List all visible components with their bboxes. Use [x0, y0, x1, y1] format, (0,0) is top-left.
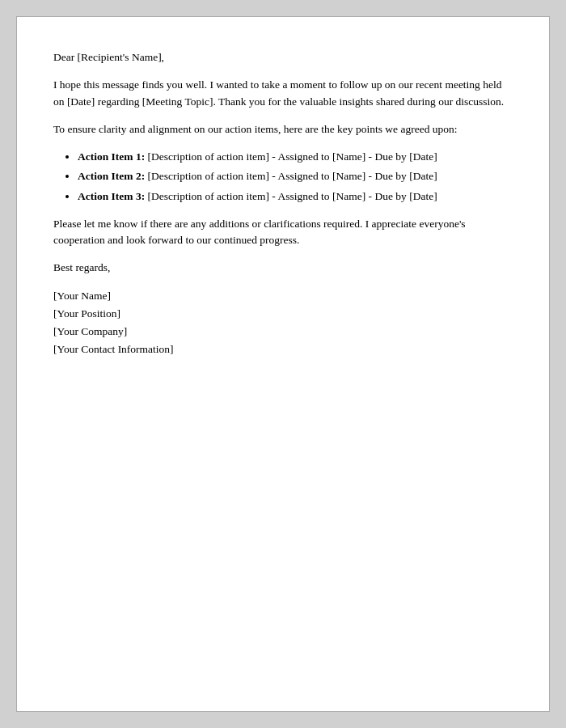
- salutation: Dear [Recipient's Name],: [53, 49, 513, 66]
- list-item: Action Item 2: [Description of action it…: [78, 168, 513, 184]
- action-item-3-label: Action Item 3:: [78, 190, 145, 202]
- paragraph-2: To ensure clarity and alignment on our a…: [53, 121, 513, 138]
- closing: Best regards,: [53, 260, 513, 276]
- action-items-list: Action Item 1: [Description of action it…: [78, 149, 513, 205]
- list-item: Action Item 3: [Description of action it…: [78, 188, 513, 205]
- action-item-1-description: [Description of action item] - Assigned …: [148, 150, 437, 163]
- signature-block: [Your Name] [Your Position] [Your Compan…: [53, 288, 513, 358]
- signature-name: [Your Name]: [53, 288, 513, 304]
- action-item-2-label: Action Item 2:: [78, 170, 145, 182]
- paragraph-1: I hope this message finds you well. I wa…: [53, 77, 513, 110]
- action-item-2-description: [Description of action item] - Assigned …: [148, 170, 437, 182]
- signature-contact: [Your Contact Information]: [53, 341, 513, 358]
- letter-page: Dear [Recipient's Name], I hope this mes…: [16, 16, 550, 712]
- signature-company: [Your Company]: [53, 324, 513, 340]
- action-item-3-description: [Description of action item] - Assigned …: [148, 190, 437, 202]
- paragraph-3: Please let me know if there are any addi…: [53, 216, 513, 249]
- list-item: Action Item 1: [Description of action it…: [78, 149, 513, 165]
- signature-position: [Your Position]: [53, 306, 513, 322]
- action-item-1-label: Action Item 1:: [78, 150, 145, 163]
